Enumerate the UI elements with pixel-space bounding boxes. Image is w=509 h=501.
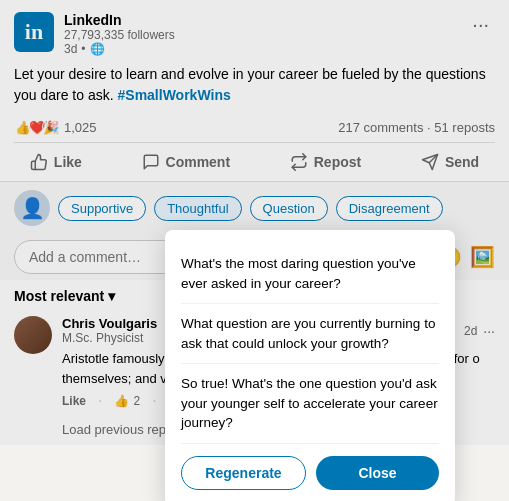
post-card: in LinkedIn 27,793,335 followers 3d • 🌐 … bbox=[0, 0, 509, 445]
modal-buttons: Regenerate Close bbox=[181, 456, 439, 490]
close-button[interactable]: Close bbox=[316, 456, 439, 490]
regenerate-button[interactable]: Regenerate bbox=[181, 456, 306, 490]
suggestion-item-1[interactable]: What's the most daring question you've e… bbox=[181, 244, 439, 304]
suggestion-item-2[interactable]: What question are you currently burning … bbox=[181, 304, 439, 364]
suggestion-modal: What's the most daring question you've e… bbox=[165, 230, 455, 501]
suggestion-item-3[interactable]: So true! What's the one question you'd a… bbox=[181, 364, 439, 444]
